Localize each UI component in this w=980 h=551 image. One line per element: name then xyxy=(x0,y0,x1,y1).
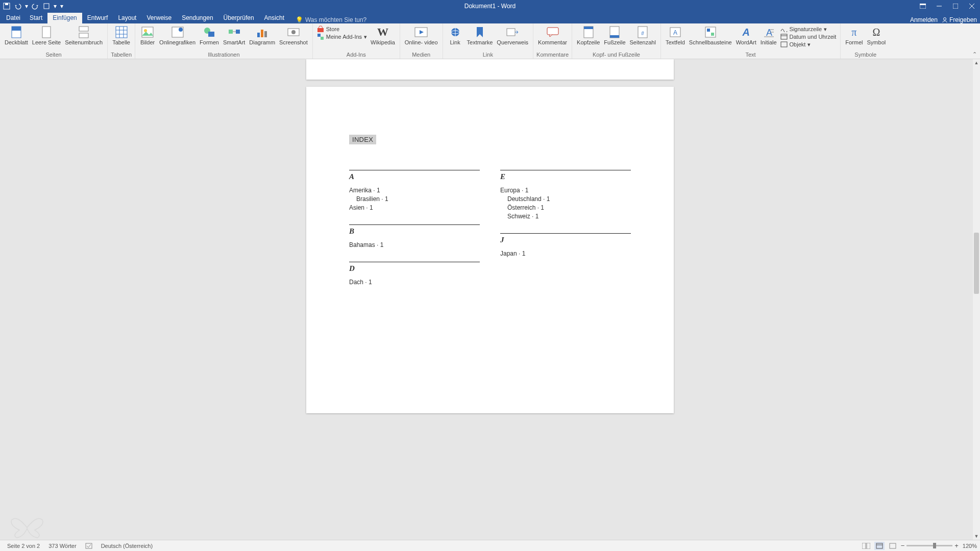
textmarke-button[interactable]: Textmarke xyxy=(465,24,495,51)
ribbon-display-icon[interactable] xyxy=(915,0,931,12)
tab-sendungen[interactable]: Sendungen xyxy=(177,13,218,23)
wordart-button[interactable]: AWordArt xyxy=(734,24,758,51)
blank-page-icon xyxy=(39,26,54,39)
bilder-button[interactable]: Bilder xyxy=(138,24,157,51)
undo-icon[interactable] xyxy=(13,2,22,11)
minimize-icon[interactable] xyxy=(931,0,947,12)
touch-mode-icon[interactable] xyxy=(42,2,51,11)
group-seiten: Deckblatt Leere Seite Seitenumbruch Seit… xyxy=(0,23,108,59)
querverweis-button[interactable]: Querverweis xyxy=(495,24,530,51)
fusszeile-label: Fußzeile xyxy=(604,39,625,45)
document-workspace: INDEX AAmerika · 1Brasilien · 1Asien · 1… xyxy=(0,59,980,540)
share-button[interactable]: Freigeben xyxy=(942,16,977,23)
seitenzahl-button[interactable]: #Seitenzahl xyxy=(628,24,657,51)
zoom-slider[interactable] xyxy=(906,545,952,546)
wikipedia-button[interactable]: WWikipedia xyxy=(369,24,397,51)
tab-einfuegen[interactable]: Einfügen xyxy=(47,13,82,23)
svg-rect-31 xyxy=(264,31,267,37)
link-button[interactable]: Link xyxy=(446,24,464,51)
tab-datei[interactable]: Datei xyxy=(2,13,24,23)
meine-addins-button[interactable]: Meine Add-Ins ▾ xyxy=(317,33,367,40)
sign-in-link[interactable]: Anmelden xyxy=(910,16,938,23)
smartart-button[interactable]: SmartArt xyxy=(222,24,247,51)
onlinegrafiken-button[interactable]: Onlinegrafiken xyxy=(158,24,197,51)
close-icon[interactable] xyxy=(964,0,980,12)
tab-layout[interactable]: Layout xyxy=(113,13,141,23)
diagramm-button[interactable]: Diagramm xyxy=(248,24,277,51)
index-letter: B xyxy=(349,227,480,236)
kopfzeile-label: Kopfzeile xyxy=(577,39,600,45)
tab-start[interactable]: Start xyxy=(24,13,47,23)
view-print-icon[interactable] xyxy=(874,542,885,550)
video-icon xyxy=(414,26,428,39)
tabelle-button[interactable]: Tabelle xyxy=(111,24,132,51)
seitenumbruch-button[interactable]: Seitenumbruch xyxy=(63,24,104,51)
status-page[interactable]: Seite 2 von 2 xyxy=(3,543,44,549)
tell-me-search[interactable]: 💡 Was möchten Sie tun? xyxy=(296,16,366,23)
onlinevideo-button[interactable]: Online- video xyxy=(403,24,439,51)
onlinevideo-label: Online- video xyxy=(405,39,438,45)
view-web-icon[interactable] xyxy=(888,542,898,550)
document-page[interactable]: INDEX AAmerika · 1Brasilien · 1Asien · 1… xyxy=(306,87,674,413)
customize-qat-icon[interactable]: ▾ xyxy=(59,2,64,11)
scroll-down-icon[interactable]: ▼ xyxy=(973,533,980,540)
status-word-count[interactable]: 373 Wörter xyxy=(44,543,81,549)
index-entry: Amerika · 1 xyxy=(349,186,480,195)
fusszeile-button[interactable]: Fußzeile xyxy=(602,24,627,51)
status-language[interactable]: Deutsch (Österreich) xyxy=(97,543,157,549)
document-scroll[interactable]: INDEX AAmerika · 1Brasilien · 1Asien · 1… xyxy=(0,59,980,540)
index-rule xyxy=(349,262,480,262)
smartart-icon xyxy=(227,26,241,39)
symbol-button[interactable]: ΩSymbol xyxy=(866,24,888,51)
title-bar: ▾ ▾ ▾ Dokument1 - Word xyxy=(0,0,980,12)
save-icon[interactable] xyxy=(2,2,11,11)
tab-ansicht[interactable]: Ansicht xyxy=(259,13,289,23)
formen-button[interactable]: Formen xyxy=(198,24,220,51)
index-rule xyxy=(500,233,631,234)
signatur-label: Signaturzeile xyxy=(790,26,822,32)
deckblatt-button[interactable]: Deckblatt xyxy=(3,24,30,51)
screenshot-button[interactable]: Screenshot xyxy=(278,24,309,51)
group-link-label: Link xyxy=(446,51,530,59)
tab-ueberpruefen[interactable]: Überprüfen xyxy=(218,13,259,23)
tab-entwurf[interactable]: Entwurf xyxy=(82,13,113,23)
group-kommentare: Kommentar Kommentare xyxy=(533,23,572,59)
collapse-ribbon-icon[interactable]: ⌃ xyxy=(972,51,977,58)
redo-icon[interactable] xyxy=(31,2,40,11)
maximize-icon[interactable] xyxy=(947,0,964,12)
textfeld-button[interactable]: ATextfeld xyxy=(664,24,687,51)
datum-uhrzeit-button[interactable]: Datum und Uhrzeit xyxy=(780,33,837,40)
svg-rect-58 xyxy=(781,34,787,39)
initiale-button[interactable]: AInitiale xyxy=(759,24,778,51)
svg-rect-34 xyxy=(317,28,324,32)
screenshot-icon xyxy=(286,26,301,39)
scroll-up-icon[interactable]: ▲ xyxy=(973,59,980,66)
touch-dropdown-icon[interactable]: ▾ xyxy=(53,2,57,11)
zoom-percent[interactable]: 120% xyxy=(963,543,977,549)
tab-verweise[interactable]: Verweise xyxy=(141,13,177,23)
scroll-thumb[interactable] xyxy=(974,233,979,294)
store-button[interactable]: Store xyxy=(317,26,367,33)
zoom-in-icon[interactable]: + xyxy=(954,542,959,549)
view-read-icon[interactable] xyxy=(861,542,871,550)
svg-rect-53 xyxy=(711,33,714,36)
formel-button[interactable]: πFormel xyxy=(844,24,864,51)
vertical-scrollbar[interactable]: ▲ ▼ xyxy=(973,59,980,540)
objekt-button[interactable]: Objekt ▾ xyxy=(780,41,837,48)
index-entry: Japan · 1 xyxy=(500,249,631,258)
undo-dropdown-icon[interactable]: ▾ xyxy=(24,2,29,11)
svg-rect-29 xyxy=(257,33,260,37)
index-section: BBahamas · 1 xyxy=(349,224,480,249)
svg-rect-63 xyxy=(867,543,870,549)
schnellbausteine-button[interactable]: Schnellbausteine xyxy=(688,24,733,51)
svg-rect-44 xyxy=(584,27,593,29)
svg-rect-66 xyxy=(890,543,896,548)
status-proofing-icon[interactable] xyxy=(81,543,97,549)
kommentar-button[interactable]: Kommentar xyxy=(536,24,569,51)
leere-seite-button[interactable]: Leere Seite xyxy=(31,24,62,51)
group-illustrationen: Bilder Onlinegrafiken Formen SmartArt Di… xyxy=(135,23,313,59)
kopfzeile-button[interactable]: Kopfzeile xyxy=(575,24,601,51)
signaturzeile-button[interactable]: Signaturzeile ▾ xyxy=(780,26,837,33)
zoom-handle[interactable] xyxy=(933,543,936,548)
zoom-out-icon[interactable]: − xyxy=(901,542,905,549)
